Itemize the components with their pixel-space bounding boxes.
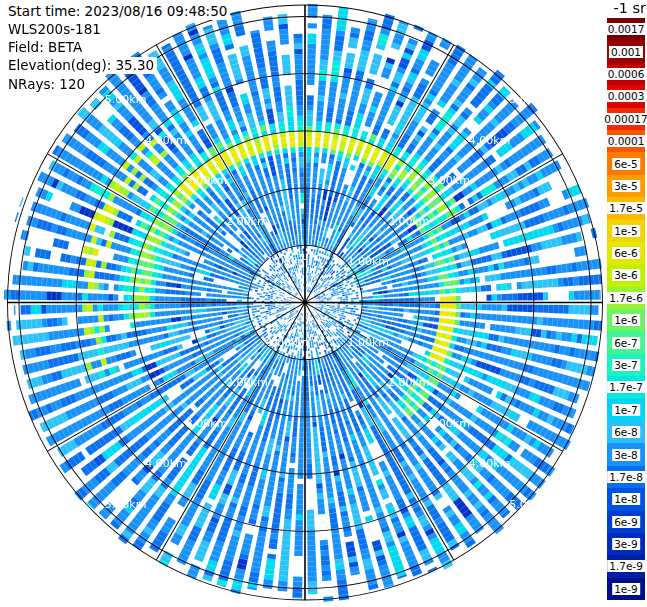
ring-label: 1.00km [347, 256, 389, 267]
colorbar-tick-label: 0.001 [609, 46, 643, 58]
elevation-label: Elevation(deg): 35.30 [8, 57, 157, 74]
instrument-label: WLS200s-181 [8, 21, 104, 38]
colorbar-tick-label: 3e-7 [612, 359, 640, 371]
ring-label: 2.00km [226, 377, 268, 388]
colorbar-tick-label: 1e-8 [612, 493, 640, 505]
colorbar-units-label: -1 sr [592, 0, 646, 17]
colorbar-tick-label: 0.0001 [606, 135, 647, 147]
ring-label: 4.00km [469, 135, 511, 146]
colorbar-tick-label: 1e-7 [612, 404, 640, 416]
start-time-label: Start time: 2023/08/16 09:48:50 [8, 3, 230, 20]
ring-label: 3.00km [428, 418, 470, 429]
field-label: Field: BETA [8, 39, 85, 56]
colorbar-tick-label: 6e-6 [612, 247, 640, 259]
colorbar-tick-label: 3e-6 [612, 269, 640, 281]
colorbar-tick-label: 6e-8 [612, 426, 640, 438]
colorbar-tick-label: 1.7e-6 [607, 292, 645, 304]
ring-label: 2.00km [226, 216, 268, 227]
nrays-label: NRays: 120 [8, 76, 88, 93]
colorbar [607, 18, 645, 600]
colorbar-tick-label: 1.7e-7 [607, 381, 645, 393]
colorbar-tick-label: 6e-7 [612, 337, 640, 349]
colorbar-tick-label: 0.0003 [606, 90, 647, 102]
ring-label: 1.00km [347, 337, 389, 348]
ring-label: 3.00km [428, 175, 470, 186]
ring-label: 5.00km [509, 499, 551, 510]
colorbar-tick-label: 1e-9 [612, 583, 640, 595]
colorbar-tick-label: 0.00017 [602, 113, 647, 125]
ring-label: 3.00km [186, 175, 228, 186]
colorbar-tick-label: 1.7e-9 [607, 560, 645, 572]
ring-label: 5.00km [509, 94, 551, 105]
ring-label: 5.00km [105, 94, 147, 105]
ring-label: 1.00km [267, 256, 309, 267]
colorbar-tick-label: 6e-5 [612, 158, 640, 170]
colorbar-tick-label: 1.7e-5 [607, 202, 645, 214]
ppi-scan-canvas [0, 0, 647, 607]
ring-label: 2.00km [388, 216, 430, 227]
colorbar-tick-label: 3e-8 [612, 449, 640, 461]
ring-label: 1.00km [267, 337, 309, 348]
colorbar-tick-label: 6e-9 [612, 516, 640, 528]
colorbar-tick-label: 0.0017 [606, 23, 647, 35]
colorbar-tick-label: 1e-5 [612, 225, 640, 237]
ring-label: 4.00km [145, 135, 187, 146]
ring-label: 2.00km [388, 377, 430, 388]
ring-label: 5.00km [105, 499, 147, 510]
colorbar-tick-label: 1.7e-8 [607, 471, 645, 483]
colorbar-tick-label: 3e-5 [612, 180, 640, 192]
lidar-ppi-window: Start time: 2023/08/16 09:48:50 WLS200s-… [0, 0, 647, 607]
colorbar-tick-label: 1e-6 [612, 314, 640, 326]
colorbar-tick-label: 0.0006 [606, 68, 647, 80]
ring-label: 3.00km [186, 418, 228, 429]
colorbar-tick-label: 3e-9 [612, 538, 640, 550]
ring-label: 4.00km [145, 458, 187, 469]
ring-label: 4.00km [469, 458, 511, 469]
